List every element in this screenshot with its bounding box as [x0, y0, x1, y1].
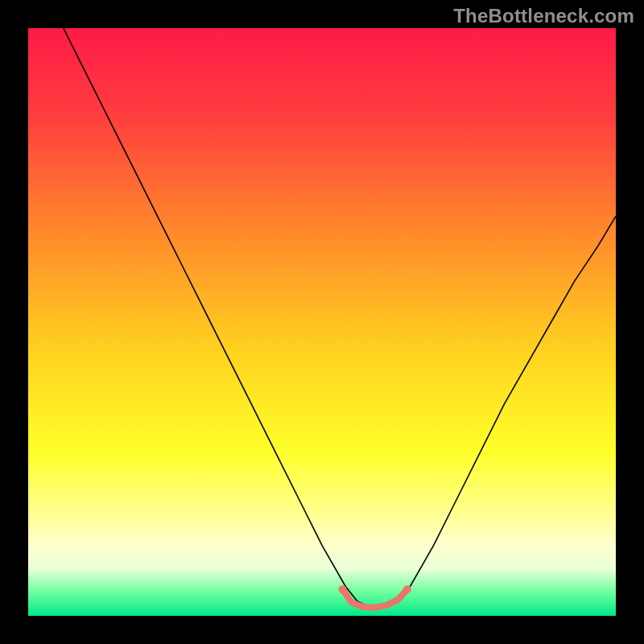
plot-area	[28, 28, 616, 616]
highlight-endpoint-dot	[339, 585, 347, 593]
chart-frame: TheBottleneck.com	[0, 0, 644, 644]
watermark-label: TheBottleneck.com	[453, 5, 634, 27]
highlight-endpoint-dot	[403, 585, 411, 593]
gradient-background	[28, 28, 616, 616]
bottleneck-chart	[28, 28, 616, 616]
